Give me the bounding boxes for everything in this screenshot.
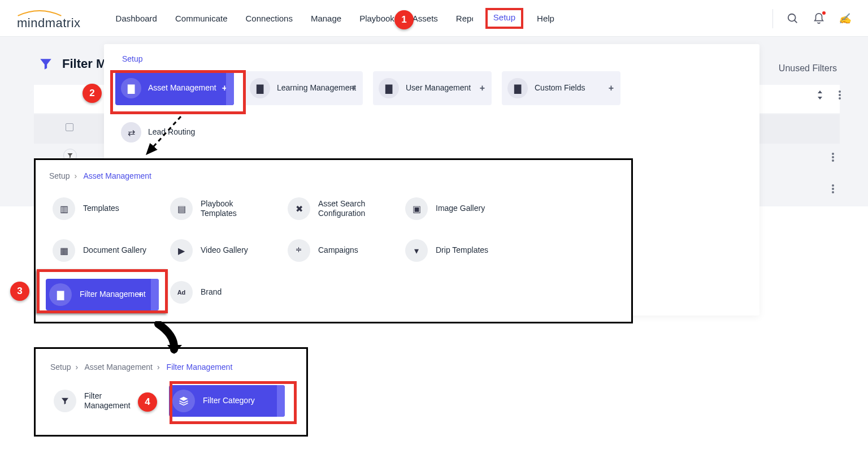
folder-icon: ▇ [507,78,528,98]
nav-assets[interactable]: Assets [411,11,439,25]
logo: mindmatrix [17,6,81,31]
unused-filters-tab[interactable]: Unused Filters [779,63,837,74]
nav-setup-highlight: Setup [485,8,523,29]
bell-icon[interactable] [813,12,825,25]
image-icon: ▥ [53,197,75,220]
search-icon[interactable] [787,12,799,25]
crumb-setup[interactable]: Setup [49,171,70,180]
column-menu[interactable] [839,90,841,102]
funnel-icon [54,390,76,412]
row-menu-2[interactable] [832,184,834,196]
breadcrumb-2: Setup› Asset Management [49,171,618,180]
tools-icon: ✖ [288,197,310,220]
tile-custom-fields[interactable]: ▇ Custom Fields+ [502,71,620,105]
item-filter-management-leaf[interactable]: Filter Management [50,385,129,417]
video-icon: ▶ [170,239,193,262]
logo-text: mindmatrix [17,16,81,31]
crumb-asset-management[interactable]: Asset Management [83,171,151,180]
book-icon: ▤ [170,197,193,220]
svg-point-0 [788,14,796,21]
map-icon: ⫩ [288,239,310,262]
tile-learning-management[interactable]: ▇ Learning Management+ [244,71,363,105]
arrow-1 [141,113,192,164]
nav-manage[interactable]: Manage [310,11,342,25]
page-title-text: Filter M [62,57,106,71]
folder-icon: ▇ [250,78,270,98]
page-title: Filter M [38,57,106,71]
sort-icon[interactable] [816,90,824,101]
item-drip-templates[interactable]: ▾Drip Templates [402,235,509,266]
nav-help[interactable]: Help [536,11,555,25]
item-playbook-templates[interactable]: ▤Playbook Templates [167,193,274,224]
row-menu-1[interactable] [832,153,834,164]
folder-icon: ▇ [379,78,399,98]
tree-icon: ▾ [405,239,428,262]
item-templates[interactable]: ▥Templates [49,193,157,224]
crumb3-filter[interactable]: Filter Management [167,362,233,372]
item-document-gallery[interactable]: ▦Document Gallery [49,235,157,266]
step-badge-3: 3 [10,282,29,301]
image-icon: ▣ [405,197,428,220]
nav-reports[interactable]: Reports [455,11,473,25]
ad-icon: Ad [170,281,193,304]
nav-menu: Dashboard Communicate Connections Manage… [115,11,555,25]
nav-connections[interactable]: Connections [245,11,294,25]
step-badge-2: 2 [83,84,102,103]
top-right: ✍ [772,0,851,37]
nav-communicate[interactable]: Communicate [174,11,229,25]
svg-line-2 [147,116,181,154]
crumb3-asset[interactable]: Asset Management [84,362,153,372]
select-all-checkbox[interactable] [66,123,73,131]
step-badge-1: 1 [394,10,414,29]
highlight-box-3 [37,269,168,313]
item-image-gallery[interactable]: ▣Image Gallery [402,193,509,224]
top-nav: mindmatrix Dashboard Communicate Connect… [0,0,868,37]
breadcrumb-3: Setup› Asset Management› Filter Manageme… [50,362,292,372]
doc-icon: ▦ [53,239,75,262]
highlight-box-4 [170,381,297,424]
step-badge-4: 4 [138,392,157,412]
item-brand[interactable]: AdBrand [167,277,274,308]
highlight-box-2 [110,70,246,114]
item-video-gallery[interactable]: ▶Video Gallery [167,235,274,266]
nav-dashboard[interactable]: Dashboard [115,11,158,25]
user-signature[interactable]: ✍ [839,12,851,25]
nav-playbook[interactable]: Playbook [358,11,396,25]
panel-breadcrumb[interactable]: Setup [122,54,748,63]
arrow-2 [147,321,192,355]
item-campaigns[interactable]: ⫩Campaigns [284,235,392,266]
item-asset-search-config[interactable]: ✖Asset Search Configuration [284,193,392,224]
tile-user-management[interactable]: ▇ User Management+ [373,71,492,105]
funnel-icon [38,57,53,71]
nav-setup[interactable]: Setup [492,10,517,24]
crumb3-setup[interactable]: Setup [50,362,71,372]
svg-line-1 [795,20,797,23]
routing-icon: ⇄ [121,122,141,142]
